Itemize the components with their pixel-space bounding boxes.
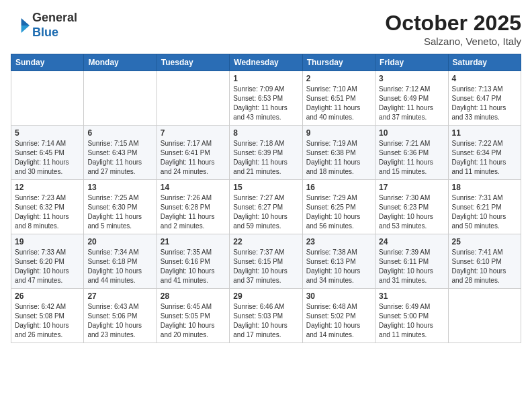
day-info: Sunrise: 7:14 AMSunset: 6:45 PMDaylight:… xyxy=(15,139,80,177)
day-number: 13 xyxy=(87,183,152,192)
day-number: 2 xyxy=(306,74,371,83)
day-info: Sunrise: 7:29 AMSunset: 6:25 PMDaylight:… xyxy=(306,193,371,231)
title-block: October 2025 Salzano, Veneto, Italy xyxy=(385,11,521,47)
day-cell: 3Sunrise: 7:12 AMSunset: 6:49 PMDaylight… xyxy=(375,71,448,126)
day-number: 11 xyxy=(452,128,517,138)
day-info: Sunrise: 7:21 AMSunset: 6:36 PMDaylight:… xyxy=(379,139,444,177)
day-cell: 5Sunrise: 7:14 AMSunset: 6:45 PMDaylight… xyxy=(11,126,84,180)
day-info: Sunrise: 7:35 AMSunset: 6:16 PMDaylight:… xyxy=(161,248,226,285)
day-number: 4 xyxy=(452,74,517,83)
day-cell: 21Sunrise: 7:35 AMSunset: 6:16 PMDayligh… xyxy=(157,234,229,289)
day-cell xyxy=(157,71,229,126)
day-info: Sunrise: 7:39 AMSunset: 6:11 PMDaylight:… xyxy=(379,248,444,285)
day-cell: 31Sunrise: 6:49 AMSunset: 5:00 PMDayligh… xyxy=(375,289,448,343)
day-number: 18 xyxy=(452,183,517,192)
day-number: 21 xyxy=(161,237,226,246)
day-number: 24 xyxy=(379,237,444,246)
day-cell: 16Sunrise: 7:29 AMSunset: 6:25 PMDayligh… xyxy=(302,180,375,234)
weekday-header-tuesday: Tuesday xyxy=(157,54,229,71)
logo-icon xyxy=(11,16,30,35)
day-cell: 17Sunrise: 7:30 AMSunset: 6:23 PMDayligh… xyxy=(375,180,448,234)
weekday-header-saturday: Saturday xyxy=(448,54,521,71)
day-number: 25 xyxy=(452,237,517,246)
svg-marker-1 xyxy=(21,26,30,33)
day-info: Sunrise: 7:38 AMSunset: 6:13 PMDaylight:… xyxy=(306,248,371,285)
day-number: 27 xyxy=(87,291,152,301)
logo-text: General Blue xyxy=(32,11,77,40)
day-number: 22 xyxy=(233,237,298,246)
day-number: 1 xyxy=(233,74,298,83)
week-row-5: 26Sunrise: 6:42 AMSunset: 5:08 PMDayligh… xyxy=(11,289,521,343)
day-cell: 29Sunrise: 6:46 AMSunset: 5:03 PMDayligh… xyxy=(230,289,302,343)
day-cell: 26Sunrise: 6:42 AMSunset: 5:08 PMDayligh… xyxy=(11,289,84,343)
day-cell: 24Sunrise: 7:39 AMSunset: 6:11 PMDayligh… xyxy=(375,234,448,289)
day-info: Sunrise: 6:46 AMSunset: 5:03 PMDaylight:… xyxy=(233,302,298,340)
day-number: 9 xyxy=(306,128,371,138)
day-number: 8 xyxy=(233,128,298,138)
weekday-header-friday: Friday xyxy=(375,54,448,71)
day-info: Sunrise: 7:34 AMSunset: 6:18 PMDaylight:… xyxy=(87,248,152,285)
page-header: General Blue October 2025 Salzano, Venet… xyxy=(11,11,521,47)
day-info: Sunrise: 7:15 AMSunset: 6:43 PMDaylight:… xyxy=(87,139,152,177)
weekday-header-sunday: Sunday xyxy=(11,54,84,71)
day-cell: 27Sunrise: 6:43 AMSunset: 5:06 PMDayligh… xyxy=(84,289,157,343)
day-cell: 12Sunrise: 7:23 AMSunset: 6:32 PMDayligh… xyxy=(11,180,84,234)
day-info: Sunrise: 6:48 AMSunset: 5:02 PMDaylight:… xyxy=(306,302,371,340)
day-info: Sunrise: 7:19 AMSunset: 6:38 PMDaylight:… xyxy=(306,139,371,177)
day-info: Sunrise: 6:42 AMSunset: 5:08 PMDaylight:… xyxy=(15,302,80,340)
day-cell: 7Sunrise: 7:17 AMSunset: 6:41 PMDaylight… xyxy=(157,126,229,180)
day-info: Sunrise: 7:18 AMSunset: 6:39 PMDaylight:… xyxy=(233,139,298,177)
day-number: 19 xyxy=(15,237,80,246)
day-number: 17 xyxy=(379,183,444,192)
day-number: 20 xyxy=(87,237,152,246)
day-cell: 14Sunrise: 7:26 AMSunset: 6:28 PMDayligh… xyxy=(157,180,229,234)
day-info: Sunrise: 7:37 AMSunset: 6:15 PMDaylight:… xyxy=(233,248,298,285)
day-info: Sunrise: 7:10 AMSunset: 6:51 PMDaylight:… xyxy=(306,85,371,122)
week-row-3: 12Sunrise: 7:23 AMSunset: 6:32 PMDayligh… xyxy=(11,180,521,234)
location-subtitle: Salzano, Veneto, Italy xyxy=(385,36,521,47)
day-cell: 10Sunrise: 7:21 AMSunset: 6:36 PMDayligh… xyxy=(375,126,448,180)
day-cell: 15Sunrise: 7:27 AMSunset: 6:27 PMDayligh… xyxy=(230,180,302,234)
day-info: Sunrise: 6:43 AMSunset: 5:06 PMDaylight:… xyxy=(87,302,152,340)
day-info: Sunrise: 6:49 AMSunset: 5:00 PMDaylight:… xyxy=(379,302,444,340)
weekday-header-monday: Monday xyxy=(84,54,157,71)
day-number: 6 xyxy=(87,128,152,138)
week-row-4: 19Sunrise: 7:33 AMSunset: 6:20 PMDayligh… xyxy=(11,234,521,289)
day-info: Sunrise: 6:45 AMSunset: 5:05 PMDaylight:… xyxy=(161,302,226,340)
day-info: Sunrise: 7:41 AMSunset: 6:10 PMDaylight:… xyxy=(452,248,517,285)
svg-marker-0 xyxy=(21,18,30,26)
day-info: Sunrise: 7:27 AMSunset: 6:27 PMDaylight:… xyxy=(233,193,298,231)
day-number: 3 xyxy=(379,74,444,83)
day-cell xyxy=(11,71,84,126)
day-cell: 30Sunrise: 6:48 AMSunset: 5:02 PMDayligh… xyxy=(302,289,375,343)
day-info: Sunrise: 7:13 AMSunset: 6:47 PMDaylight:… xyxy=(452,85,517,122)
day-info: Sunrise: 7:26 AMSunset: 6:28 PMDaylight:… xyxy=(161,193,226,231)
day-info: Sunrise: 7:22 AMSunset: 6:34 PMDaylight:… xyxy=(452,139,517,177)
day-cell: 13Sunrise: 7:25 AMSunset: 6:30 PMDayligh… xyxy=(84,180,157,234)
weekday-header-thursday: Thursday xyxy=(302,54,375,71)
day-cell: 28Sunrise: 6:45 AMSunset: 5:05 PMDayligh… xyxy=(157,289,229,343)
day-cell: 9Sunrise: 7:19 AMSunset: 6:38 PMDaylight… xyxy=(302,126,375,180)
day-cell: 2Sunrise: 7:10 AMSunset: 6:51 PMDaylight… xyxy=(302,71,375,126)
day-number: 15 xyxy=(233,183,298,192)
calendar-table: SundayMondayTuesdayWednesdayThursdayFrid… xyxy=(11,54,521,343)
day-number: 10 xyxy=(379,128,444,138)
day-cell: 8Sunrise: 7:18 AMSunset: 6:39 PMDaylight… xyxy=(230,126,302,180)
day-info: Sunrise: 7:12 AMSunset: 6:49 PMDaylight:… xyxy=(379,85,444,122)
day-number: 29 xyxy=(233,291,298,301)
day-cell xyxy=(448,289,521,343)
weekday-header-row: SundayMondayTuesdayWednesdayThursdayFrid… xyxy=(11,54,521,71)
logo-general: General xyxy=(32,11,77,26)
logo-blue: Blue xyxy=(32,26,77,40)
week-row-2: 5Sunrise: 7:14 AMSunset: 6:45 PMDaylight… xyxy=(11,126,521,180)
day-cell: 4Sunrise: 7:13 AMSunset: 6:47 PMDaylight… xyxy=(448,71,521,126)
day-info: Sunrise: 7:31 AMSunset: 6:21 PMDaylight:… xyxy=(452,193,517,231)
day-cell: 1Sunrise: 7:09 AMSunset: 6:53 PMDaylight… xyxy=(230,71,302,126)
day-cell: 20Sunrise: 7:34 AMSunset: 6:18 PMDayligh… xyxy=(84,234,157,289)
logo: General Blue xyxy=(11,11,77,40)
day-number: 30 xyxy=(306,291,371,301)
day-cell: 19Sunrise: 7:33 AMSunset: 6:20 PMDayligh… xyxy=(11,234,84,289)
day-info: Sunrise: 7:30 AMSunset: 6:23 PMDaylight:… xyxy=(379,193,444,231)
day-number: 7 xyxy=(161,128,226,138)
day-number: 14 xyxy=(161,183,226,192)
